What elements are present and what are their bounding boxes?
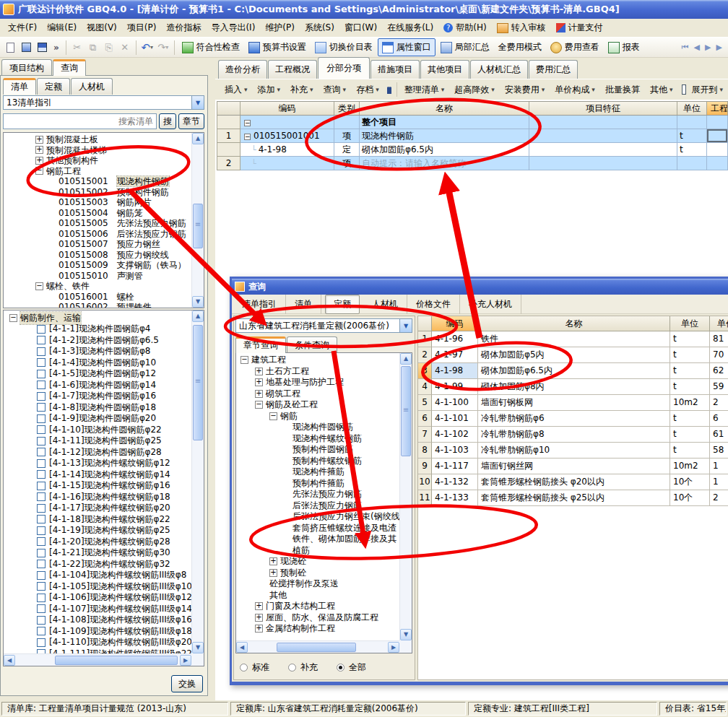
cell-category[interactable]: 定 bbox=[334, 143, 360, 157]
cell-code[interactable]: 4-1-132 bbox=[432, 474, 478, 490]
query-dialog-tab[interactable]: 清单 bbox=[286, 295, 321, 314]
checklist-item[interactable]: [4-1-14]现浇构件螺纹钢筋φ14 bbox=[4, 469, 204, 481]
header-unit[interactable]: 单位 bbox=[670, 316, 710, 331]
horizontal-scrollbar[interactable]: ◀ ▶ bbox=[236, 640, 399, 653]
cell-code[interactable]: 4-1-117 bbox=[432, 459, 478, 474]
delete-icon[interactable]: ✕ bbox=[118, 40, 132, 55]
header-quantity[interactable]: 工程量 bbox=[707, 102, 728, 115]
scrollbar-thumb[interactable] bbox=[193, 325, 203, 440]
chapter-tree-item[interactable]: + 地基处理与防护工程 bbox=[236, 377, 412, 388]
search-input[interactable] bbox=[3, 113, 157, 129]
header-feature[interactable]: 项目特征 bbox=[529, 102, 677, 115]
checkbox[interactable] bbox=[37, 616, 46, 625]
checkbox[interactable] bbox=[37, 594, 46, 602]
cell-code[interactable]: − bbox=[240, 116, 334, 129]
cell-price[interactable]: 1 bbox=[710, 474, 728, 490]
chapter-tree-item[interactable]: + 屋面、防水、保温及防腐工程 bbox=[236, 612, 412, 624]
scroll-left-icon[interactable]: ◀ bbox=[4, 655, 15, 666]
query-dialog-tab[interactable]: 人材机 bbox=[363, 295, 407, 314]
row-expand-icon[interactable]: └ bbox=[251, 159, 256, 168]
cell-feature[interactable] bbox=[529, 143, 677, 157]
header-unit[interactable]: 单位 bbox=[677, 102, 707, 115]
quota-grid-row[interactable]: 7 4-1-102 冷轧带肋钢筋φ8 t 61 bbox=[418, 427, 728, 443]
quota-grid-row[interactable]: 3 4-1-98 砌体加固筋φ6.5内 t 62 bbox=[418, 363, 728, 379]
nav-last-icon[interactable]: ▶ bbox=[716, 43, 722, 52]
header-price[interactable]: 单价 bbox=[710, 316, 728, 331]
checklist-item[interactable]: [4-1-108]现浇构件螺纹钢筋III级φ16 bbox=[4, 614, 204, 626]
cell-code[interactable]: 4-1-97 bbox=[432, 347, 478, 363]
chapter-tree-item[interactable]: 后张法预应力钢丝束(钢绞线 bbox=[236, 511, 412, 523]
expand-toggle-icon[interactable]: − bbox=[240, 356, 248, 364]
budget-tab[interactable]: 其他项目 bbox=[420, 60, 469, 79]
checkbox[interactable] bbox=[37, 448, 46, 456]
menu-item[interactable]: 帮助(H) bbox=[438, 19, 491, 37]
cell-unit[interactable]: t bbox=[670, 331, 710, 347]
left-outer-tab[interactable]: 项目结构 bbox=[1, 59, 52, 76]
boq-grid-row[interactable]: 2 └ 项 自动提示：请输入名称简称 bbox=[217, 157, 728, 170]
chevron-down-icon[interactable]: ▼ bbox=[399, 319, 412, 332]
cell-price[interactable]: 62 bbox=[710, 363, 728, 379]
toolbar-button[interactable]: 费用查看 bbox=[547, 39, 603, 56]
chapter-tree-item[interactable]: 预制构件圆钢筋 bbox=[236, 444, 412, 456]
budget-tab[interactable]: 工程概况 bbox=[268, 60, 317, 79]
menu-item[interactable]: 在线服务(L) bbox=[382, 19, 438, 37]
cell-price[interactable]: 59 bbox=[710, 379, 728, 395]
query-dialog-tab[interactable]: 清单指引 bbox=[233, 295, 286, 314]
chapter-tree-item[interactable]: − 建筑工程 bbox=[236, 355, 412, 366]
quota-grid-row[interactable]: 10 4-1-132 套筒锥形螺栓钢筋接头 φ20以内 10个 1 bbox=[418, 474, 728, 490]
checkbox[interactable] bbox=[37, 437, 46, 446]
checklist-item[interactable]: [4-1-13]现浇构件螺纹钢筋φ12 bbox=[4, 458, 204, 469]
quota-grid-row[interactable]: 9 4-1-117 墙面钉钢丝网 10m2 1 bbox=[418, 459, 728, 474]
toolbar-overflow-chevron[interactable]: » bbox=[51, 43, 62, 53]
expand-toggle-icon[interactable]: + bbox=[35, 136, 43, 144]
quota-grid-row[interactable]: 6 4-1-101 冷轧带肋钢筋φ6 t 6 bbox=[418, 411, 728, 427]
checkbox[interactable] bbox=[37, 492, 46, 501]
checklist-item[interactable]: [4-1-104]现浇构件螺纹钢筋III级φ8 bbox=[4, 570, 204, 581]
checkbox[interactable] bbox=[37, 549, 46, 557]
menu-item[interactable]: 转入审核 bbox=[492, 19, 551, 37]
grid-toolbar-button[interactable]: 存档 bbox=[351, 84, 384, 96]
header-code[interactable]: 编码 bbox=[432, 316, 478, 331]
cell-name[interactable]: 自动提示：请输入名称简称 bbox=[360, 157, 529, 170]
checklist-root[interactable]: − 钢筋制作、运输 bbox=[4, 312, 204, 323]
checkbox[interactable] bbox=[37, 515, 46, 523]
chapter-tree-item[interactable]: 预制构件箍筋 bbox=[236, 478, 412, 490]
cell-unit[interactable] bbox=[677, 116, 707, 129]
cell-name[interactable]: 墙面钉钢板网 bbox=[478, 395, 670, 411]
cell-code[interactable]: −010515001001 bbox=[240, 129, 334, 143]
chapter-tree-item[interactable]: + 土石方工程 bbox=[236, 366, 412, 378]
checklist-item[interactable]: [4-1-22]现浇构件螺纹钢筋φ32 bbox=[4, 559, 204, 570]
cell-name[interactable]: 套筒锥形螺栓钢筋接头 φ20以内 bbox=[478, 474, 670, 490]
menu-item[interactable]: 视图(V) bbox=[82, 19, 122, 37]
grid-toolbar-button[interactable]: 安装费用 bbox=[500, 84, 550, 96]
scrollbar-thumb[interactable] bbox=[277, 643, 356, 652]
chapter-tree-item[interactable]: − 钢筋及砼工程 bbox=[236, 399, 412, 411]
toolbar-button[interactable]: 切换价目表 bbox=[311, 39, 376, 56]
tree-item[interactable]: 010515003 钢筋网片 bbox=[4, 197, 204, 208]
scroll-down-icon[interactable]: ▼ bbox=[192, 642, 204, 653]
checklist-item[interactable]: [4-1-17]现浇构件螺纹钢筋φ20 bbox=[4, 503, 204, 514]
grid-toolbar-button[interactable]: 插入 bbox=[220, 84, 253, 96]
checklist-item[interactable]: [4-1-16]现浇构件螺纹钢筋φ18 bbox=[4, 492, 204, 503]
cell-price[interactable]: 70 bbox=[710, 347, 728, 363]
checkbox[interactable] bbox=[37, 325, 46, 334]
checklist-item[interactable]: [4-1-12]现浇构件圆钢筋φ28 bbox=[4, 447, 204, 459]
filter-radio[interactable]: 全部 bbox=[337, 661, 366, 674]
cell-price[interactable]: 61 bbox=[710, 427, 728, 443]
checkbox[interactable] bbox=[37, 425, 46, 434]
cell-feature[interactable] bbox=[529, 157, 677, 170]
cell-quantity[interactable] bbox=[707, 157, 728, 170]
budget-tab[interactable]: 造价分析 bbox=[218, 60, 267, 79]
checkbox[interactable] bbox=[37, 582, 46, 591]
chapter-tree-item[interactable]: + 预制砼 bbox=[236, 568, 412, 579]
header-name[interactable]: 名称 bbox=[478, 316, 670, 331]
checklist-item[interactable]: [4-1-11]现浇构件圆钢筋φ25 bbox=[4, 435, 204, 447]
checklist-item[interactable]: [4-1-8]现浇构件圆钢筋φ18 bbox=[4, 402, 204, 414]
cell-unit[interactable] bbox=[677, 157, 707, 170]
grid-toolbar-button[interactable]: 其他 bbox=[645, 84, 678, 96]
cell-code[interactable]: └ bbox=[240, 157, 334, 170]
tree-item[interactable]: 010515010 声测管 bbox=[4, 271, 204, 282]
guide-dropdown[interactable]: 13清单指引 ▼ bbox=[3, 95, 204, 110]
cell-category[interactable]: 项 bbox=[334, 157, 360, 170]
checkbox[interactable] bbox=[37, 537, 46, 546]
